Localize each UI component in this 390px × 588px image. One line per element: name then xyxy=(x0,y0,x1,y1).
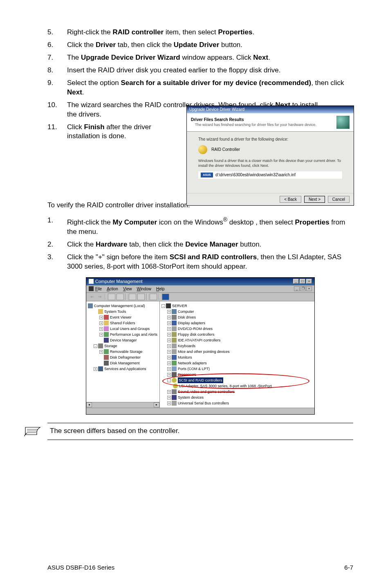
dev-icon xyxy=(172,389,177,394)
expand-icon[interactable]: + xyxy=(167,339,171,342)
expand-icon[interactable]: + xyxy=(167,390,171,394)
device-icon xyxy=(104,338,109,343)
tree-item-label[interactable]: Mice and other pointing devices xyxy=(178,349,230,355)
expand-icon[interactable]: + xyxy=(167,367,171,371)
expand-icon[interactable]: + xyxy=(94,367,97,371)
scsi-controllers-label[interactable]: SCSI and RAID controllers xyxy=(178,377,223,383)
expand-icon[interactable]: + xyxy=(167,361,171,365)
expand-icon[interactable]: + xyxy=(167,321,171,325)
minimize-button[interactable]: _ xyxy=(293,279,299,284)
tree-item-label[interactable]: Disk Defragmenter xyxy=(110,355,141,360)
expand-icon[interactable]: + xyxy=(99,327,103,331)
expand-icon[interactable]: + xyxy=(167,402,171,405)
expand-icon[interactable]: + xyxy=(167,344,171,348)
lsi-adapter-label[interactable]: LSI Adapter, SAS 3000 series, 8-port wit… xyxy=(179,383,272,389)
tree-item-label[interactable]: Universal Serial Bus controllers xyxy=(178,400,229,406)
expand-icon[interactable]: + xyxy=(167,396,171,399)
expand-icon[interactable]: + xyxy=(99,316,103,319)
toolbar-button[interactable] xyxy=(150,294,157,300)
expand-icon[interactable]: + xyxy=(167,350,171,354)
next-button[interactable]: Next > xyxy=(304,196,325,203)
tree-item-label[interactable]: Event Viewer xyxy=(110,314,132,320)
tree-item-label[interactable]: Network adapters xyxy=(178,360,207,366)
tree-item-label[interactable]: Disk drives xyxy=(178,314,196,320)
tree-item-label[interactable]: System devices xyxy=(178,395,204,400)
expand-icon[interactable]: + xyxy=(167,333,171,337)
tree-item-label[interactable]: Shared Folders xyxy=(110,320,135,326)
tree-item-label[interactable]: IDE ATA/ATAPI controllers xyxy=(178,337,220,343)
toolbar-forward-icon[interactable]: ⇒ xyxy=(96,294,103,300)
menu-help[interactable]: Help xyxy=(156,286,165,292)
menu-view[interactable]: View xyxy=(123,286,132,292)
toolbar-button[interactable] xyxy=(117,294,124,300)
menu-file[interactable]: File xyxy=(95,286,102,292)
expand-icon[interactable]: + xyxy=(167,310,171,314)
expand-icon[interactable]: + xyxy=(167,356,171,359)
disk-icon xyxy=(172,315,177,320)
toolbar-button[interactable] xyxy=(129,294,136,300)
cancel-button[interactable]: Cancel xyxy=(328,196,350,203)
kbd-icon xyxy=(172,343,177,348)
net-icon xyxy=(172,361,177,366)
toolbar-button[interactable] xyxy=(162,294,169,300)
back-button[interactable]: < Back xyxy=(280,196,301,203)
diskmgmt-icon xyxy=(104,361,109,366)
tree-item-label[interactable]: Removable Storage xyxy=(110,349,143,355)
expand-icon[interactable]: + xyxy=(99,350,103,354)
collapse-icon[interactable]: - xyxy=(161,304,165,308)
tree-item-label[interactable]: Keyboards xyxy=(178,343,195,349)
expand-icon[interactable]: + xyxy=(167,327,171,331)
tree-item-label[interactable]: Ports (COM & LPT) xyxy=(178,366,210,372)
proc-icon xyxy=(172,372,177,377)
toolbar-button[interactable] xyxy=(137,294,145,300)
mdi-close-button[interactable]: × xyxy=(306,286,312,291)
expand-icon[interactable]: + xyxy=(99,333,103,337)
tree-item-label[interactable]: Monitors xyxy=(178,355,192,360)
usb-icon xyxy=(172,401,177,406)
expand-icon[interactable]: - xyxy=(94,344,97,348)
menu-window[interactable]: Window xyxy=(137,286,151,292)
tree-item-label[interactable]: DVD/CD-ROM drives xyxy=(178,326,213,332)
mdi-restore-button[interactable]: ❐ xyxy=(300,286,306,291)
wizard-header-bold: Driver Files Search Results xyxy=(191,117,336,123)
scroll-left-button[interactable]: ◄ xyxy=(86,402,92,407)
toolbar-back-icon[interactable]: ⇐ xyxy=(89,294,95,300)
tree-item-label[interactable]: Display adapters xyxy=(178,320,205,326)
server-icon xyxy=(166,303,171,308)
perf-icon xyxy=(104,332,109,337)
mouse-icon xyxy=(172,349,177,354)
toolbar-button[interactable] xyxy=(108,294,115,300)
maximize-button[interactable]: □ xyxy=(300,279,305,284)
expand-icon[interactable]: + xyxy=(167,373,171,377)
computer-management-screenshot: Computer Management _ □ × File Action Vi… xyxy=(86,277,315,415)
scroll-right-button[interactable]: ► xyxy=(154,402,159,407)
console-icon xyxy=(89,286,94,291)
tree-item-label[interactable]: Sound, video and game controllers xyxy=(178,389,235,395)
tree-item-label[interactable]: System Tools xyxy=(104,309,126,314)
tree-item-label[interactable]: Processors xyxy=(178,372,196,377)
wizard-device: RAID Controller xyxy=(211,147,240,153)
tree-item-label[interactable]: Local Users and Groups xyxy=(110,326,150,332)
tree-item-label[interactable]: Disk Management xyxy=(110,360,140,366)
cm-left-tree: Computer Management (Local) System Tools… xyxy=(86,301,160,408)
mdi-minimize-button[interactable]: _ xyxy=(294,286,300,291)
close-button[interactable]: × xyxy=(306,279,312,284)
tree-item-label[interactable]: Floppy disk controllers xyxy=(178,332,215,337)
collapse-icon[interactable]: - xyxy=(167,379,171,382)
ide-icon xyxy=(172,338,177,343)
expand-icon[interactable]: + xyxy=(167,316,171,319)
server-label[interactable]: SERVER xyxy=(172,303,187,309)
wizard-titlebar: Upgrade Device Driver Wizard xyxy=(187,106,354,113)
expand-icon[interactable]: + xyxy=(99,321,103,325)
tree-item-label[interactable]: Services and Applications xyxy=(104,366,146,372)
wizard-icon xyxy=(336,116,350,129)
tree-item-label[interactable]: Computer xyxy=(178,309,194,314)
tree-item-label[interactable]: Performance Logs and Alerts xyxy=(110,332,157,337)
steps-list-2: 1.Right-click the My Computer icon on th… xyxy=(47,216,353,271)
sys-icon xyxy=(172,395,177,400)
tree-item-label[interactable]: Storage xyxy=(104,343,117,349)
defrag-icon xyxy=(104,355,109,360)
tree-item-label[interactable]: Device Manager xyxy=(110,337,137,343)
menu-action[interactable]: Action xyxy=(107,286,118,292)
tree-root[interactable]: Computer Management (Local) xyxy=(94,303,145,309)
